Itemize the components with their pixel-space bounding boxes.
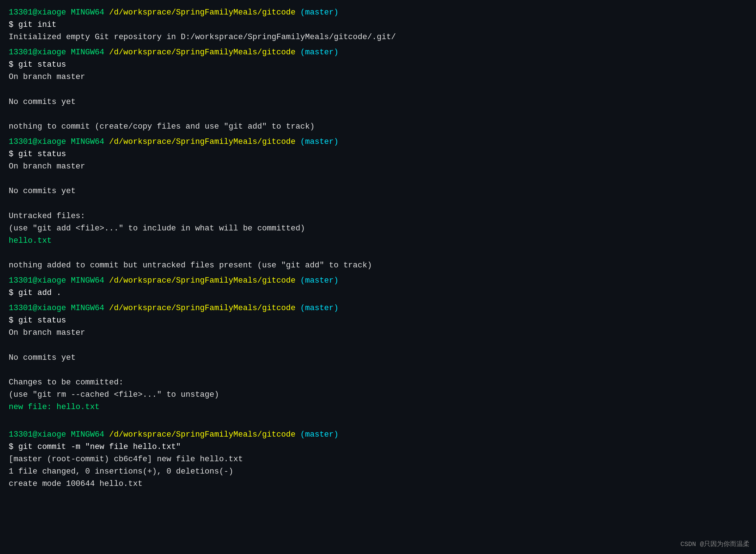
output-line: nothing added to commit but untracked fi… — [9, 259, 747, 272]
output-line: Changes to be committed: — [9, 376, 747, 389]
terminal-container: 13301@xiaoge MINGW64 /d/worksprace/Sprin… — [9, 7, 747, 491]
output-line-green: hello.txt — [9, 235, 747, 247]
terminal-block-block1: 13301@xiaoge MINGW64 /d/worksprace/Sprin… — [9, 7, 747, 43]
command-line: $ git status — [9, 315, 747, 327]
terminal-block-block3: 13301@xiaoge MINGW64 /d/worksprace/Sprin… — [9, 136, 747, 272]
output-line: [master (root-commit) cb6c4fe] new file … — [9, 453, 747, 466]
command-line: $ git commit -m "new file hello.txt" — [9, 441, 747, 453]
command-line: $ git status — [9, 59, 747, 71]
prompt-line: 13301@xiaoge MINGW64 /d/worksprace/Sprin… — [9, 46, 747, 59]
prompt-line: 13301@xiaoge MINGW64 /d/worksprace/Sprin… — [9, 429, 747, 441]
prompt-line: 13301@xiaoge MINGW64 /d/worksprace/Sprin… — [9, 7, 747, 19]
output-line: 1 file changed, 0 insertions(+), 0 delet… — [9, 466, 747, 478]
output-line: Untracked files: — [9, 210, 747, 222]
terminal-block-block6: 13301@xiaoge MINGW64 /d/worksprace/Sprin… — [9, 429, 747, 490]
output-line: (use "git add <file>..." to include in w… — [9, 222, 747, 235]
watermark: CSDN @只因为你而温柔 — [680, 540, 749, 550]
prompt-line: 13301@xiaoge MINGW64 /d/worksprace/Sprin… — [9, 302, 747, 315]
output-line: (use "git rm --cached <file>..." to unst… — [9, 389, 747, 401]
command-line: $ git status — [9, 148, 747, 161]
output-line: No commits yet — [9, 352, 747, 364]
prompt-line: 13301@xiaoge MINGW64 /d/worksprace/Sprin… — [9, 275, 747, 287]
terminal-block-block4: 13301@xiaoge MINGW64 /d/worksprace/Sprin… — [9, 275, 747, 299]
output-line: On branch master — [9, 71, 747, 83]
output-line-green: new file: hello.txt — [9, 401, 747, 413]
command-line: $ git add . — [9, 287, 747, 299]
terminal-block-block5: 13301@xiaoge MINGW64 /d/worksprace/Sprin… — [9, 302, 747, 426]
output-line: No commits yet — [9, 185, 747, 197]
output-line: nothing to commit (create/copy files and… — [9, 121, 747, 133]
output-line: Initialized empty Git repository in D:/w… — [9, 31, 747, 43]
output-line: On branch master — [9, 327, 747, 339]
terminal-block-block2: 13301@xiaoge MINGW64 /d/worksprace/Sprin… — [9, 46, 747, 133]
output-line: create mode 100644 hello.txt — [9, 478, 747, 490]
command-line: $ git init — [9, 19, 747, 31]
prompt-line: 13301@xiaoge MINGW64 /d/worksprace/Sprin… — [9, 136, 747, 148]
output-line: On branch master — [9, 161, 747, 173]
output-line: No commits yet — [9, 96, 747, 108]
